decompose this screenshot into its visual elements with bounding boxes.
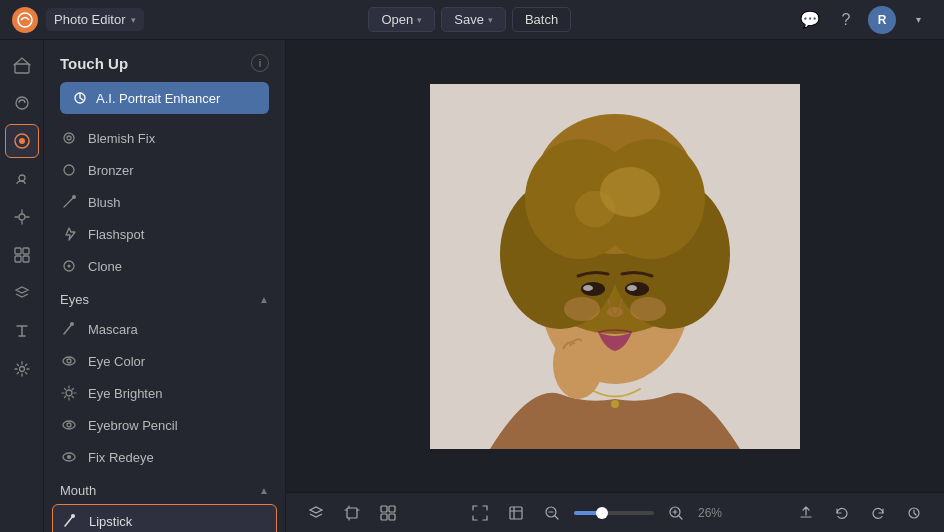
lipstick-label: Lipstick	[89, 514, 132, 529]
tool-bronzer[interactable]: Bronzer	[44, 154, 285, 186]
svg-point-42	[583, 285, 593, 291]
crop-button[interactable]	[338, 499, 366, 527]
svg-rect-53	[389, 514, 395, 520]
header-right: 💬 ? R ▾	[796, 6, 932, 34]
mouth-section-title: Mouth	[60, 483, 96, 498]
svg-rect-10	[23, 256, 29, 262]
canvas-area: 26%	[286, 40, 944, 532]
mouth-section-header[interactable]: Mouth ▲	[44, 473, 285, 504]
svg-point-0	[18, 13, 32, 27]
transform-button[interactable]	[502, 499, 530, 527]
user-menu-chevron[interactable]: ▾	[904, 6, 932, 34]
svg-rect-54	[510, 507, 522, 519]
app-name-button[interactable]: Photo Editor ▾	[46, 8, 144, 31]
grid-view-button[interactable]	[374, 499, 402, 527]
sidebar-item-settings[interactable]	[5, 352, 39, 386]
canvas-image	[430, 84, 800, 449]
open-button[interactable]: Open ▾	[368, 7, 435, 32]
blush-label: Blush	[88, 195, 121, 210]
svg-point-5	[19, 175, 25, 181]
svg-point-16	[72, 195, 76, 199]
clone-icon	[60, 257, 78, 275]
svg-point-39	[575, 191, 615, 227]
undo-button[interactable]	[828, 499, 856, 527]
chat-icon-button[interactable]: 💬	[796, 6, 824, 34]
svg-point-18	[68, 265, 71, 268]
tool-eye-brighten[interactable]: Eye Brighten	[44, 377, 285, 409]
save-button[interactable]: Save ▾	[441, 7, 506, 32]
bronzer-icon	[60, 161, 78, 179]
app-logo	[12, 7, 38, 33]
svg-point-6	[19, 214, 25, 220]
svg-point-19	[70, 322, 74, 326]
svg-point-47	[611, 400, 619, 408]
info-button[interactable]: i	[251, 54, 269, 72]
svg-rect-1	[15, 64, 29, 73]
sidebar-item-brush[interactable]	[5, 162, 39, 196]
tool-mascara[interactable]: Mascara	[44, 313, 285, 345]
header-center: Open ▾ Save ▾ Batch	[152, 7, 788, 32]
sidebar-item-layers[interactable]	[5, 276, 39, 310]
clone-label: Clone	[88, 259, 122, 274]
svg-point-24	[67, 423, 71, 427]
tool-lipstick[interactable]: Lipstick	[52, 504, 277, 532]
open-chevron: ▾	[417, 15, 422, 25]
save-label: Save	[454, 12, 484, 27]
redo-button[interactable]	[864, 499, 892, 527]
app-name-label: Photo Editor	[54, 12, 126, 27]
sidebar-item-home[interactable]	[5, 48, 39, 82]
save-chevron: ▾	[488, 15, 493, 25]
svg-rect-7	[15, 248, 21, 254]
tool-panel-scroll: A.I. Portrait Enhancer Blemish Fix Bronz…	[44, 82, 285, 532]
svg-point-15	[64, 165, 74, 175]
flashspot-label: Flashspot	[88, 227, 144, 242]
zoom-in-button[interactable]	[662, 499, 690, 527]
tool-eye-color[interactable]: Eye Color	[44, 345, 285, 377]
canvas-container[interactable]	[286, 40, 944, 492]
blemish-fix-icon	[60, 129, 78, 147]
fix-redeye-icon	[60, 448, 78, 466]
sidebar-item-filters[interactable]	[5, 86, 39, 120]
sidebar-item-grid[interactable]	[5, 238, 39, 272]
bottom-toolbar: 26%	[286, 492, 944, 532]
batch-button[interactable]: Batch	[512, 7, 571, 32]
svg-point-45	[564, 297, 600, 321]
tool-blush[interactable]: Blush	[44, 186, 285, 218]
eyebrow-pencil-icon	[60, 416, 78, 434]
sidebar-item-text[interactable]	[5, 314, 39, 348]
tool-eyebrow-pencil[interactable]: Eyebrow Pencil	[44, 409, 285, 441]
svg-point-21	[67, 359, 71, 363]
zoom-handle[interactable]	[596, 507, 608, 519]
layers-button[interactable]	[302, 499, 330, 527]
blemish-fix-label: Blemish Fix	[88, 131, 155, 146]
eyes-section-header[interactable]: Eyes ▲	[44, 282, 285, 313]
zoom-track[interactable]	[574, 511, 654, 515]
tool-flashspot[interactable]: Flashspot	[44, 218, 285, 250]
history-button[interactable]	[900, 499, 928, 527]
user-avatar[interactable]: R	[868, 6, 896, 34]
tool-panel-header: Touch Up i	[44, 40, 285, 82]
svg-point-20	[63, 357, 75, 365]
tool-blemish-fix[interactable]: Blemish Fix	[44, 122, 285, 154]
svg-point-11	[19, 367, 24, 372]
sidebar-item-touchup[interactable]	[5, 124, 39, 158]
zoom-percentage: 26%	[698, 506, 728, 520]
eyes-section-chevron: ▲	[259, 294, 269, 305]
help-icon-button[interactable]: ?	[832, 6, 860, 34]
bottom-right-tools	[792, 499, 928, 527]
eyes-section-title: Eyes	[60, 292, 89, 307]
zoom-out-button[interactable]	[538, 499, 566, 527]
export-button[interactable]	[792, 499, 820, 527]
eye-brighten-label: Eye Brighten	[88, 386, 162, 401]
tool-fix-redeye[interactable]: Fix Redeye	[44, 441, 285, 473]
tool-panel: Touch Up i A.I. Portrait Enhancer Blemis…	[44, 40, 286, 532]
ai-portrait-enhancer-button[interactable]: A.I. Portrait Enhancer	[60, 82, 269, 114]
sidebar-item-effects[interactable]	[5, 200, 39, 234]
fit-button[interactable]	[466, 499, 494, 527]
zoom-fill	[574, 511, 598, 515]
tool-clone[interactable]: Clone	[44, 250, 285, 282]
svg-point-26	[67, 455, 71, 459]
svg-point-22	[66, 390, 72, 396]
svg-point-14	[67, 136, 71, 140]
mascara-icon	[60, 320, 78, 338]
